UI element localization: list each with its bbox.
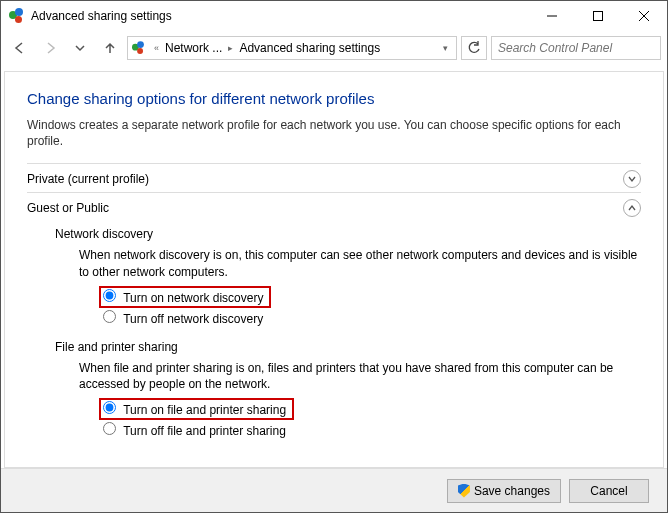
radio-fp-on-label: Turn on file and printer sharing <box>123 403 286 417</box>
footer-bar: Save changes Cancel <box>1 468 667 512</box>
back-button[interactable] <box>7 35 33 61</box>
radio-fp-on-input[interactable] <box>103 401 116 414</box>
control-panel-icon <box>132 41 146 55</box>
content-pane: Change sharing options for different net… <box>4 71 664 468</box>
save-changes-label: Save changes <box>474 484 550 498</box>
radio-nd-off-label: Turn off network discovery <box>123 312 263 326</box>
navigation-bar: « Network ... ▸ Advanced sharing setting… <box>1 31 667 65</box>
breadcrumb-sep: « <box>154 43 159 53</box>
arrow-right-icon <box>43 41 57 55</box>
refresh-button[interactable] <box>461 36 487 60</box>
shield-icon <box>458 484 470 498</box>
section-guest-public[interactable]: Guest or Public <box>27 192 641 221</box>
highlight-box: Turn on file and printer sharing <box>99 398 294 420</box>
close-button[interactable] <box>621 1 667 31</box>
window-title: Advanced sharing settings <box>31 9 172 23</box>
page-heading: Change sharing options for different net… <box>27 90 641 107</box>
file-printer-on-row: Turn on file and printer sharing <box>103 398 641 420</box>
control-panel-icon <box>9 8 25 24</box>
radio-nd-off-input[interactable] <box>103 310 116 323</box>
radio-nd-on[interactable]: Turn on network discovery <box>103 291 263 305</box>
highlight-box: Turn on network discovery <box>99 286 271 308</box>
title-bar: Advanced sharing settings <box>1 1 667 31</box>
breadcrumb-item[interactable]: Advanced sharing settings <box>239 41 380 55</box>
collapse-icon[interactable] <box>623 199 641 217</box>
radio-nd-on-input[interactable] <box>103 289 116 302</box>
network-discovery-desc: When network discovery is on, this compu… <box>79 247 641 279</box>
maximize-icon <box>593 11 603 21</box>
address-bar[interactable]: « Network ... ▸ Advanced sharing setting… <box>127 36 457 60</box>
chevron-down-icon <box>627 174 637 184</box>
cancel-button[interactable]: Cancel <box>569 479 649 503</box>
close-icon <box>639 11 649 21</box>
minimize-button[interactable] <box>529 1 575 31</box>
section-private-label: Private (current profile) <box>27 172 149 186</box>
network-discovery-heading: Network discovery <box>55 227 641 241</box>
cancel-label: Cancel <box>590 484 627 498</box>
file-printer-heading: File and printer sharing <box>55 340 641 354</box>
chevron-up-icon <box>627 203 637 213</box>
file-printer-desc: When file and printer sharing is on, fil… <box>79 360 641 392</box>
window-controls <box>529 1 667 31</box>
file-printer-off-row: Turn off file and printer sharing <box>103 422 641 438</box>
recent-button[interactable] <box>67 35 93 61</box>
chevron-right-icon: ▸ <box>228 43 233 53</box>
save-changes-button[interactable]: Save changes <box>447 479 561 503</box>
expand-icon[interactable] <box>623 170 641 188</box>
breadcrumb-item[interactable]: Network ... <box>165 41 222 55</box>
radio-nd-on-label: Turn on network discovery <box>123 291 263 305</box>
network-discovery-on-row: Turn on network discovery <box>103 286 641 308</box>
arrow-left-icon <box>13 41 27 55</box>
section-guest-label: Guest or Public <box>27 201 109 215</box>
search-input[interactable] <box>491 36 661 60</box>
page-description: Windows creates a separate network profi… <box>27 117 641 149</box>
network-discovery-off-row: Turn off network discovery <box>103 310 641 326</box>
up-button[interactable] <box>97 35 123 61</box>
radio-fp-off[interactable]: Turn off file and printer sharing <box>103 422 286 438</box>
forward-button[interactable] <box>37 35 63 61</box>
chevron-down-icon <box>75 43 85 53</box>
svg-rect-1 <box>594 12 603 21</box>
maximize-button[interactable] <box>575 1 621 31</box>
address-dropdown[interactable]: ▾ <box>439 43 452 53</box>
radio-fp-on[interactable]: Turn on file and printer sharing <box>103 403 286 417</box>
arrow-up-icon <box>103 41 117 55</box>
section-private[interactable]: Private (current profile) <box>27 163 641 192</box>
radio-fp-off-label: Turn off file and printer sharing <box>123 424 286 438</box>
minimize-icon <box>547 11 557 21</box>
radio-fp-off-input[interactable] <box>103 422 116 435</box>
radio-nd-off[interactable]: Turn off network discovery <box>103 310 263 326</box>
refresh-icon <box>467 41 481 55</box>
